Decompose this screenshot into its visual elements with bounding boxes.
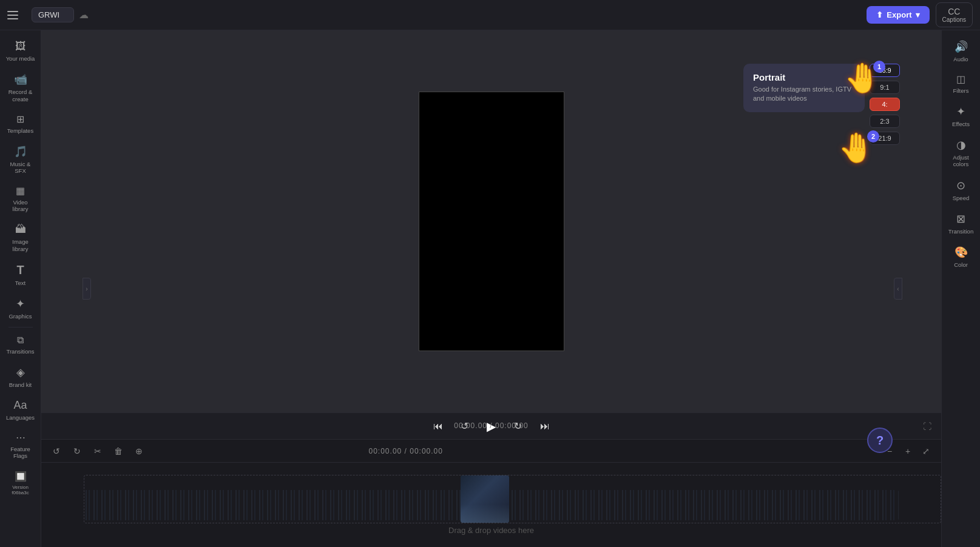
- main-area: 🖼 Your media 📹 Record &create ⊞ Template…: [0, 30, 980, 547]
- feature-flags-icon: ⋯: [16, 432, 25, 443]
- effects-icon: ✦: [956, 105, 965, 118]
- topbar: GRWI ☁ ⬆ Export ▾ CC Captions: [0, 0, 980, 30]
- color-icon: 🎨: [955, 246, 968, 259]
- sidebar-item-feature-flags[interactable]: ⋯ FeatureFlags: [2, 427, 39, 465]
- aspect-ratio-4-x[interactable]: 4:: [870, 98, 900, 111]
- record-create-icon: 📹: [14, 73, 27, 86]
- brand-kit-icon: ◈: [16, 366, 25, 379]
- languages-icon: Aa: [13, 399, 27, 412]
- graphics-icon: ✦: [16, 297, 25, 310]
- project-name-input[interactable]: GRWI: [32, 7, 74, 22]
- left-panel-collapse-button[interactable]: ›: [83, 278, 91, 300]
- sidebar-item-transitions[interactable]: ⧉ Transitions: [2, 330, 39, 360]
- right-sidebar: 🔊 Audio ◫ Filters ✦ Effects ◑ Adjustcolo…: [941, 30, 980, 547]
- redo-button[interactable]: ↻: [69, 443, 85, 459]
- export-chevron-icon: ▾: [916, 10, 920, 19]
- right-sidebar-label-effects: Effects: [952, 121, 970, 127]
- topbar-right: ⬆ Export ▾ CC Captions: [867, 2, 973, 27]
- sidebar-item-label-music: Music & SFX: [5, 161, 36, 174]
- sidebar-item-video-library[interactable]: ▦ Video library: [2, 180, 39, 217]
- export-button[interactable]: ⬆ Export ▾: [867, 6, 929, 24]
- cut-button[interactable]: ✂: [90, 443, 106, 459]
- clip-thumbnail: [461, 475, 509, 523]
- timeline-toolbar: ↺ ↻ ✂ 🗑 ⊕ 00:00.00 / 00:00.00 − + ⤢: [41, 439, 941, 462]
- aspect-ratio-buttons: 16:9 9:1 4: 2:3 21:9: [870, 64, 900, 145]
- right-sidebar-item-transition[interactable]: ⊠ Transition: [944, 207, 979, 240]
- zoom-in-button[interactable]: +: [900, 443, 916, 459]
- right-sidebar-item-filters[interactable]: ◫ Filters: [944, 69, 979, 99]
- aspect-ratio-9-1[interactable]: 9:1: [870, 81, 900, 94]
- right-sidebar-label-transition: Transition: [948, 228, 973, 235]
- adjust-colors-icon: ◑: [956, 138, 966, 152]
- music-sfx-icon: 🎵: [14, 145, 27, 158]
- sidebar-item-label-image: Imagelibrary: [12, 238, 28, 252]
- sidebar-item-record-create[interactable]: 📹 Record &create: [2, 68, 39, 107]
- timeline-track[interactable]: [84, 475, 941, 523]
- right-sidebar-item-speed[interactable]: ⊙ Speed: [944, 174, 979, 206]
- sidebar-item-brand-kit[interactable]: ◈ Brand kit: [2, 361, 39, 393]
- left-sidebar: 🖼 Your media 📹 Record &create ⊞ Template…: [0, 30, 41, 547]
- video-canvas: [419, 92, 564, 351]
- right-sidebar-item-color[interactable]: 🎨 Color: [944, 241, 979, 273]
- aspect-ratio-title: Portrait: [753, 72, 855, 82]
- sidebar-item-music-sfx[interactable]: 🎵 Music & SFX: [2, 140, 39, 179]
- skip-to-end-button[interactable]: ⏭: [536, 418, 553, 435]
- aspect-ratio-21-9[interactable]: 21:9: [870, 132, 900, 145]
- sidebar-item-label-video: Video library: [5, 199, 36, 212]
- templates-icon: ⊞: [16, 113, 24, 125]
- your-media-icon: 🖼: [15, 40, 26, 53]
- right-sidebar-item-audio[interactable]: 🔊 Audio: [944, 35, 979, 67]
- right-sidebar-label-speed: Speed: [953, 195, 969, 201]
- image-library-icon: 🏔: [15, 223, 26, 236]
- sidebar-item-label-record: Record &create: [8, 89, 33, 102]
- sidebar-item-label-brand: Brand kit: [9, 381, 32, 388]
- sidebar-item-graphics[interactable]: ✦ Graphics: [2, 292, 39, 324]
- captions-button[interactable]: CC Captions: [936, 2, 973, 27]
- export-icon: ⬆: [876, 10, 883, 19]
- sidebar-item-label-flags: FeatureFlags: [10, 446, 30, 460]
- sidebar-item-templates[interactable]: ⊞ Templates: [2, 109, 39, 139]
- aspect-ratio-desc: Good for Instagram stories, IGTV and mob…: [753, 85, 855, 104]
- speed-icon: ⊙: [956, 179, 965, 192]
- sidebar-item-label-languages: Languages: [6, 414, 35, 421]
- aspect-ratio-panel: Portrait Good for Instagram stories, IGT…: [743, 64, 900, 145]
- version-icon: 🔲: [15, 471, 27, 482]
- aspect-ratio-16-9[interactable]: 16:9: [870, 64, 900, 77]
- right-sidebar-item-adjust-colors[interactable]: ◑ Adjustcolors: [944, 133, 979, 173]
- delete-button[interactable]: 🗑: [110, 443, 126, 459]
- right-sidebar-item-effects[interactable]: ✦ Effects: [944, 100, 979, 132]
- add-to-timeline-button[interactable]: ⊕: [131, 443, 147, 459]
- cloud-save-icon: ☁: [79, 9, 89, 21]
- hamburger-menu[interactable]: [7, 7, 24, 24]
- sidebar-item-label-graphics: Graphics: [8, 313, 32, 320]
- sidebar-item-languages[interactable]: Aa Languages: [2, 394, 39, 426]
- audio-icon: 🔊: [955, 40, 968, 53]
- sidebar-item-your-media[interactable]: 🖼 Your media: [2, 35, 39, 67]
- aspect-ratio-2-3[interactable]: 2:3: [870, 115, 900, 128]
- transitions-icon: ⧉: [17, 335, 24, 346]
- playback-controls: ⏮ ↺ ▶ ↻ ⏭ 00:00.00 / 00:00.00 ⛶: [41, 412, 941, 439]
- text-icon: T: [16, 263, 24, 277]
- sidebar-item-image-library[interactable]: 🏔 Imagelibrary: [2, 218, 39, 257]
- sidebar-item-text[interactable]: T Text: [2, 258, 39, 291]
- timecode-display: 00:00.00 / 00:00.00: [454, 421, 528, 430]
- help-button[interactable]: ?: [867, 428, 893, 453]
- skip-to-start-button[interactable]: ⏮: [430, 418, 447, 435]
- right-sidebar-label-filters: Filters: [953, 87, 969, 94]
- sidebar-item-label-transitions: Transitions: [6, 348, 34, 355]
- content-area: › Portrait Good for Instagram stories, I…: [41, 30, 941, 547]
- transition-icon: ⊠: [956, 212, 965, 226]
- captions-icon: CC: [948, 7, 960, 16]
- sidebar-item-label-text: Text: [15, 280, 25, 286]
- fullscreen-button[interactable]: ⛶: [923, 421, 931, 431]
- right-sidebar-label-color: Color: [954, 261, 968, 268]
- right-panel-collapse-button[interactable]: ‹: [894, 278, 902, 300]
- timeline-clip[interactable]: [461, 475, 509, 523]
- zoom-fit-button[interactable]: ⤢: [918, 443, 934, 459]
- timeline: Drag & drop videos here: [41, 462, 941, 547]
- drag-drop-text: Drag & drop videos here: [448, 526, 534, 535]
- sidebar-item-label-version: Versionf06ba3c: [12, 485, 29, 496]
- video-library-icon: ▦: [16, 185, 25, 196]
- sidebar-item-version[interactable]: 🔲 Versionf06ba3c: [2, 466, 39, 501]
- undo-button[interactable]: ↺: [49, 443, 64, 459]
